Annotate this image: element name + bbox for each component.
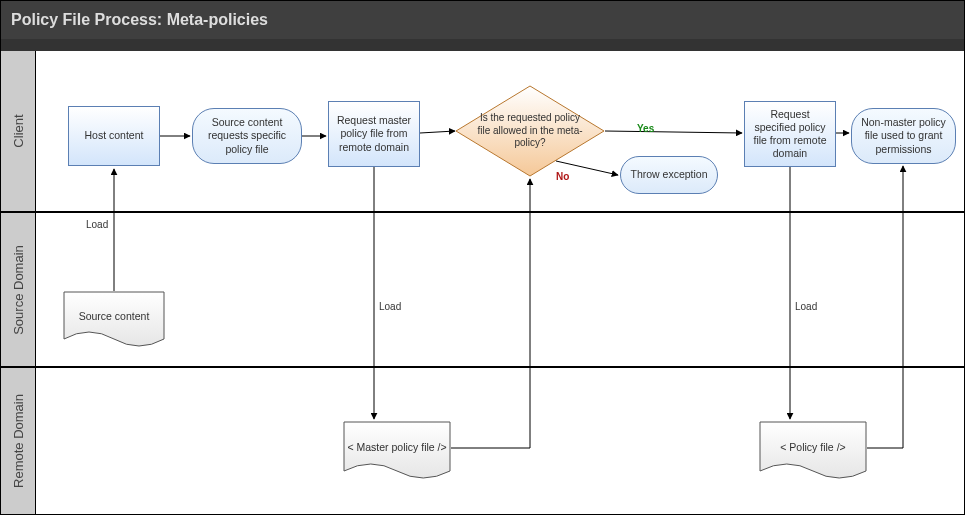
node-policy-file: < Policy file />: [759, 421, 867, 475]
title-bar: Policy File Process: Meta-policies: [1, 1, 964, 39]
lane-label-text: Client: [11, 114, 26, 147]
edge-label-load-1: Load: [86, 219, 108, 230]
node-host-content: Host content: [68, 106, 160, 166]
node-text: Request master policy file from remote d…: [333, 114, 415, 153]
lane-label-remote: Remote Domain: [1, 368, 36, 514]
diagram-title: Policy File Process: Meta-policies: [11, 11, 268, 28]
node-throw-exception: Throw exception: [620, 156, 718, 194]
edge-label-no: No: [556, 171, 569, 182]
policy-meta-diagram: Policy File Process: Meta-policies Clien…: [0, 0, 965, 515]
edge-label-load-3: Load: [795, 301, 817, 312]
lane-label-client: Client: [1, 51, 36, 211]
lane-label-text: Source Domain: [11, 245, 26, 335]
node-request-specified: Request specified policy file from remot…: [744, 101, 836, 167]
node-text: < Policy file />: [780, 441, 845, 454]
node-source-content: Source content: [63, 291, 165, 343]
edge-label-load-2: Load: [379, 301, 401, 312]
node-text: Request specified policy file from remot…: [749, 108, 831, 161]
node-text: Throw exception: [630, 168, 707, 181]
node-master-policy-file: < Master policy file />: [343, 421, 451, 475]
node-text: Source content requests specific policy …: [197, 116, 297, 155]
node-nonmaster-grant: Non-master policy file used to grant per…: [851, 108, 956, 164]
node-text: Non-master policy file used to grant per…: [856, 116, 951, 155]
node-request-master: Request master policy file from remote d…: [328, 101, 420, 167]
node-text: Source content: [79, 310, 150, 323]
dark-strip: [1, 39, 964, 51]
node-text: Host content: [85, 129, 144, 142]
edge-label-yes: Yes: [637, 123, 654, 134]
node-text: < Master policy file />: [347, 441, 446, 454]
node-text: Is the requested policy file allowed in …: [477, 112, 583, 150]
node-decision-meta-policy: Is the requested policy file allowed in …: [455, 85, 605, 177]
lane-label-source: Source Domain: [1, 213, 36, 366]
swimlanes: Client Source Domain Remote Domain Host …: [1, 51, 964, 514]
lane-label-text: Remote Domain: [11, 394, 26, 488]
node-source-requests-specific: Source content requests specific policy …: [192, 108, 302, 164]
